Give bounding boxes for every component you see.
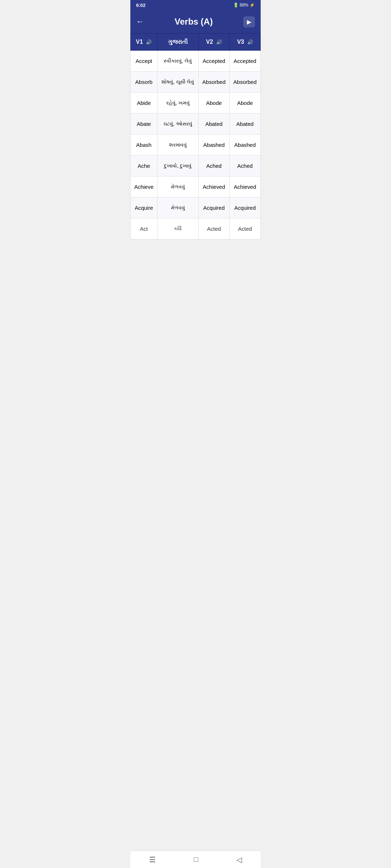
back-button[interactable]: ← — [136, 17, 144, 26]
table-row: AbashશરમાવવુંAbashedAbashed — [131, 135, 261, 156]
play-button[interactable]: ▶ — [243, 16, 255, 27]
cell-v2[interactable]: Absorbed — [198, 72, 230, 93]
col-gujarati-header: ગુજરાતી — [157, 34, 198, 51]
cell-gujarati: શોષવું, ચૂસી લેવું — [157, 72, 198, 93]
cell-v2[interactable]: Acted — [198, 218, 230, 239]
v3-sound-icon[interactable]: 🔊 — [247, 39, 253, 45]
cell-v1[interactable]: Acquire — [131, 197, 157, 218]
cell-gujarati: મેળવવું — [157, 197, 198, 218]
battery-percent: 88% — [240, 3, 248, 8]
cell-gujarati: સ્વીકારવું, લેવું — [157, 51, 198, 72]
header: ← Verbs (A) ▶ — [130, 10, 261, 33]
cell-v3[interactable]: Acquired — [230, 197, 261, 218]
cell-v2[interactable]: Abated — [198, 114, 230, 135]
cell-v1[interactable]: Absorb — [131, 72, 157, 93]
table-row: Absorbશોષવું, ચૂસી લેવુંAbsorbedAbsorbed — [131, 72, 261, 93]
status-right: 🔋 88% ⚡ — [233, 3, 255, 8]
status-bar: 6:02 🔋 88% ⚡ — [130, 0, 261, 10]
cell-v2[interactable]: Acquired — [198, 197, 230, 218]
cell-v3[interactable]: Absorbed — [230, 72, 261, 93]
table-row: Abideરહેવું, ખમવુંAbodeAbode — [131, 93, 261, 114]
cell-v1[interactable]: Abate — [131, 114, 157, 135]
cell-gujarati: કર્વિ — [157, 218, 198, 239]
v2-sound-icon[interactable]: 🔊 — [216, 39, 222, 45]
cell-v1[interactable]: Act — [131, 218, 157, 239]
table-row: AchieveમેળવવુંAchievedAchieved — [131, 176, 261, 197]
cell-v2[interactable]: Ached — [198, 156, 230, 176]
cell-gujarati: રહેવું, ખમવું — [157, 93, 198, 114]
cell-v3[interactable]: Abashed — [230, 135, 261, 156]
cell-v2[interactable]: Abashed — [198, 135, 230, 156]
cell-v2[interactable]: Achieved — [198, 176, 230, 197]
cell-v3[interactable]: Abated — [230, 114, 261, 135]
cell-gujarati: શરમાવવું — [157, 135, 198, 156]
cell-v3[interactable]: Accepted — [230, 51, 261, 72]
cell-v1[interactable]: Abash — [131, 135, 157, 156]
cell-v3[interactable]: Achieved — [230, 176, 261, 197]
verbs-table-wrapper: V1 🔊 ગુજરાતી V2 🔊 V3 🔊 Acceptસ્વીકારવું,… — [130, 33, 261, 239]
cell-v3[interactable]: Ached — [230, 156, 261, 176]
table-header-row: V1 🔊 ગુજરાતી V2 🔊 V3 🔊 — [131, 34, 261, 51]
col-v2-header: V2 🔊 — [198, 34, 230, 51]
cell-v3[interactable]: Abode — [230, 93, 261, 114]
cell-gujarati: ઘટવું, ઓસરવું — [157, 114, 198, 135]
table-row: AcquireમેળવવુંAcquiredAcquired — [131, 197, 261, 218]
status-time: 6:02 — [136, 3, 146, 8]
page-title: Verbs (A) — [175, 17, 213, 27]
v1-sound-icon[interactable]: 🔊 — [146, 39, 152, 45]
table-row: Acceptસ્વીકારવું, લેવુંAcceptedAccepted — [131, 51, 261, 72]
col-v3-header: V3 🔊 — [230, 34, 261, 51]
cell-v1[interactable]: Ache — [131, 156, 157, 176]
col-v1-header: V1 🔊 — [131, 34, 157, 51]
cell-v3[interactable]: Acted — [230, 218, 261, 239]
verbs-table: V1 🔊 ગુજરાતી V2 🔊 V3 🔊 Acceptસ્વીકારવું,… — [130, 33, 261, 239]
cell-v1[interactable]: Abide — [131, 93, 157, 114]
cell-gujarati: દુખાવો, દુખાવું — [157, 156, 198, 176]
table-row: Acheદુખાવો, દુખાવુંAchedAched — [131, 156, 261, 176]
cell-v1[interactable]: Accept — [131, 51, 157, 72]
cell-v1[interactable]: Achieve — [131, 176, 157, 197]
table-row: Actકર્વિActedActed — [131, 218, 261, 239]
cell-v2[interactable]: Abode — [198, 93, 230, 114]
cell-v2[interactable]: Accepted — [198, 51, 230, 72]
table-row: Abateઘટવું, ઓસરવુંAbatedAbated — [131, 114, 261, 135]
cell-gujarati: મેળવવું — [157, 176, 198, 197]
battery-icon: 🔋 — [233, 3, 239, 8]
bolt-icon: ⚡ — [249, 3, 255, 8]
